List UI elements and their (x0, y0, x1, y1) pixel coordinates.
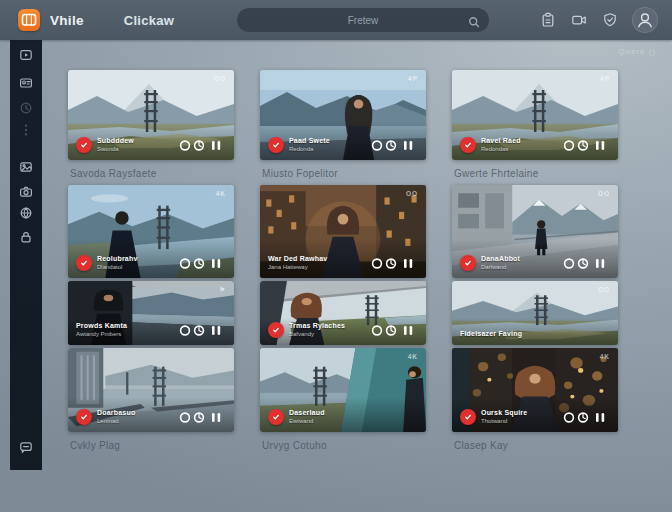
top-bar: Vhile Clickaw (0, 0, 672, 40)
duration-icons (179, 411, 225, 424)
video-card[interactable]: OOSubdddewSwonda (68, 70, 234, 160)
duration-icons (371, 257, 417, 270)
record-badge-icon (268, 137, 284, 153)
channel-badge: Fidelsazer Faving (460, 330, 522, 338)
video-card[interactable]: 4PPaad SweteRedonda (260, 70, 426, 160)
badge-subtitle: Redonda (289, 146, 330, 153)
sidebar-item-id-card-icon[interactable] (17, 74, 35, 92)
card-caption: Gwerte Fhrtelaine (454, 168, 539, 179)
channel-badge: DoarbasuoLenmad (76, 409, 135, 425)
channel-badge: Prowds KamtaAwtandy Pmbers (76, 322, 127, 338)
channel-badge: ReolubrahvDlandatol (76, 255, 138, 271)
badge-subtitle: Dlandatol (97, 264, 138, 271)
duration-icons (563, 411, 609, 424)
duration-icons (563, 257, 609, 270)
badge-title: Prowds Kamta (76, 322, 127, 330)
user-avatar[interactable] (632, 7, 658, 33)
sidebar-item-ellipsis-icon[interactable] (17, 121, 35, 139)
nav-link[interactable]: Clickaw (124, 13, 175, 28)
badge-title: Paad Swete (289, 137, 330, 145)
badge-subtitle: Ewtwand (289, 418, 325, 425)
sidebar-item-media-image-icon[interactable] (17, 158, 35, 176)
app-logo[interactable] (18, 9, 40, 31)
video-card[interactable]: 4KDaserlaudEwtwand (260, 348, 426, 432)
card-caption: Cvkly Plag (70, 440, 120, 451)
sidebar-item-lock-icon[interactable] (17, 228, 35, 246)
duration-icons (371, 324, 417, 337)
video-card[interactable]: 4KReolubrahvDlandatol (68, 185, 234, 278)
card-caption: Clasep Kay (454, 440, 508, 451)
badge-subtitle: Darlwand (481, 264, 520, 271)
corner-badge: OO (214, 75, 226, 82)
card-caption: Miusto Fopelitor (262, 168, 338, 179)
corner-badge: OO (598, 190, 610, 197)
clipboard-icon[interactable] (539, 11, 557, 29)
badge-title: DanaAbbot (481, 255, 520, 263)
channel-badge: Ravel RaedRedondas (460, 137, 521, 153)
corner-badge: OO (406, 190, 418, 197)
sidebar-item-camera-icon[interactable] (17, 183, 35, 201)
badge-subtitle: Bafvandy (289, 331, 345, 338)
badge-title: Trmas Rylaches (289, 322, 345, 330)
badge-title: Subdddew (97, 137, 134, 145)
duration-icons (563, 139, 609, 152)
corner-badge: OO (598, 286, 610, 293)
record-badge-icon (268, 409, 284, 425)
record-badge-icon (76, 137, 92, 153)
record-badge-icon (460, 137, 476, 153)
record-badge-icon (460, 409, 476, 425)
logo-glyph-icon (18, 9, 40, 31)
corner-badge: 4K (600, 353, 610, 360)
content-area: Quere () OOSubdddewSwondaSavoda Raysfaet… (42, 40, 672, 512)
video-card[interactable]: DoarbasuoLenmad (68, 348, 234, 432)
corner-badge: ⚑ (219, 286, 226, 294)
sidebar-item-video-file-icon[interactable] (17, 46, 35, 64)
video-card[interactable]: OOWar Ded RawhavJana Hatteway (260, 185, 426, 278)
record-badge-icon (268, 322, 284, 338)
badge-title: Daserlaud (289, 409, 325, 417)
duration-icons (179, 257, 225, 270)
badge-subtitle: Jana Hatteway (268, 264, 327, 271)
video-card[interactable]: Trmas RylachesBafvandy (260, 281, 426, 345)
sidebar-item-globe-icon[interactable] (17, 204, 35, 222)
search-icon[interactable] (468, 14, 480, 32)
badge-subtitle: Lenmad (97, 418, 135, 425)
corner-badge: 4K (408, 353, 418, 360)
channel-badge: Paad SweteRedonda (268, 137, 330, 153)
shield-check-icon[interactable] (601, 11, 619, 29)
search-bar (237, 8, 489, 32)
left-sidebar (10, 40, 42, 470)
record-badge-icon (460, 255, 476, 271)
badge-subtitle: Thotwand (481, 418, 527, 425)
sidebar-item-history-clock-icon[interactable] (17, 99, 35, 117)
topbar-actions (539, 0, 658, 40)
search-input[interactable] (237, 8, 489, 32)
duration-icons (371, 139, 417, 152)
badge-subtitle: Awtandy Pmbers (76, 331, 127, 338)
video-card[interactable]: ⚑Prowds KamtaAwtandy Pmbers (68, 281, 234, 345)
channel-badge: War Ded RawhavJana Hatteway (268, 255, 327, 271)
corner-badge: 4P (408, 75, 418, 82)
video-card[interactable]: 4PRavel RaedRedondas (452, 70, 618, 160)
corner-badge: 4P (600, 75, 610, 82)
channel-badge: DanaAbbotDarlwand (460, 255, 520, 271)
video-card[interactable]: 4KOursk SquireThotwand (452, 348, 618, 432)
video-card[interactable]: OOFidelsazer Faving (452, 281, 618, 345)
badge-subtitle: Swonda (97, 146, 134, 153)
card-caption: Urvyg Cotuho (262, 440, 327, 451)
channel-badge: Trmas RylachesBafvandy (268, 322, 345, 338)
badge-title: Doarbasuo (97, 409, 135, 417)
badge-title: War Ded Rawhav (268, 255, 327, 263)
sidebar-item-chat-help-icon[interactable] (17, 438, 35, 456)
corner-badge: 4K (216, 190, 226, 197)
record-badge-icon (76, 409, 92, 425)
channel-badge: DaserlaudEwtwand (268, 409, 325, 425)
duration-icons (179, 324, 225, 337)
badge-title: Fidelsazer Faving (460, 330, 522, 338)
badge-title: Ravel Raed (481, 137, 521, 145)
badge-subtitle: Redondas (481, 146, 521, 153)
record-badge-icon (76, 255, 92, 271)
video-camera-icon[interactable] (570, 11, 588, 29)
duration-icons (179, 139, 225, 152)
video-card[interactable]: OODanaAbbotDarlwand (452, 185, 618, 278)
